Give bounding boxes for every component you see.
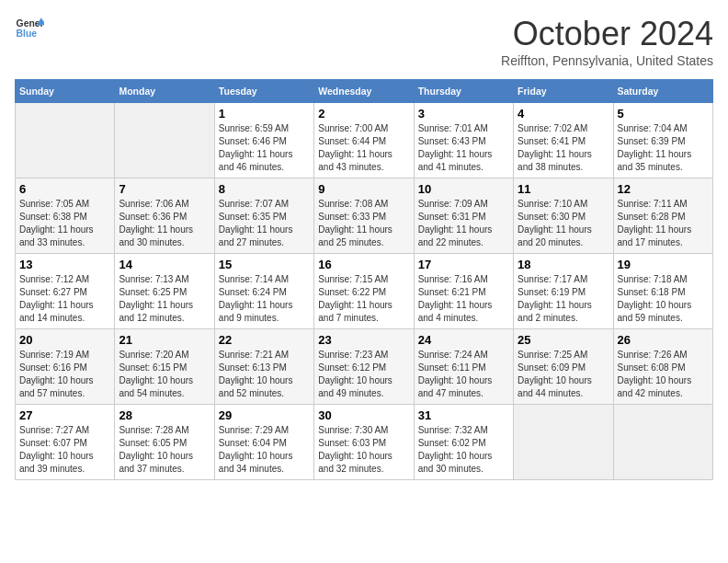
day-info: Sunrise: 7:30 AMSunset: 6:03 PMDaylight:… — [318, 424, 409, 476]
column-header-tuesday: Tuesday — [214, 80, 313, 103]
day-number: 21 — [119, 333, 210, 347]
day-info: Sunrise: 7:14 AMSunset: 6:24 PMDaylight:… — [219, 273, 310, 325]
calendar-cell: 16Sunrise: 7:15 AMSunset: 6:22 PMDayligh… — [314, 254, 414, 329]
day-info: Sunrise: 7:00 AMSunset: 6:44 PMDaylight:… — [318, 122, 409, 174]
day-info: Sunrise: 7:08 AMSunset: 6:33 PMDaylight:… — [318, 198, 409, 249]
page-header: General Blue October 2024 Reiffton, Penn… — [15, 15, 713, 68]
column-headers-row: SundayMondayTuesdayWednesdayThursdayFrid… — [16, 80, 713, 103]
calendar-cell: 20Sunrise: 7:19 AMSunset: 6:16 PMDayligh… — [16, 329, 115, 405]
calendar-cell: 3Sunrise: 7:01 AMSunset: 6:43 PMDaylight… — [414, 103, 513, 178]
day-info: Sunrise: 7:05 AMSunset: 6:38 PMDaylight:… — [19, 198, 110, 249]
day-number: 26 — [618, 333, 709, 347]
day-info: Sunrise: 7:32 AMSunset: 6:02 PMDaylight:… — [418, 424, 509, 476]
calendar-cell: 27Sunrise: 7:27 AMSunset: 6:07 PMDayligh… — [16, 405, 115, 480]
calendar-cell: 18Sunrise: 7:17 AMSunset: 6:19 PMDayligh… — [514, 254, 613, 329]
calendar-table: SundayMondayTuesdayWednesdayThursdayFrid… — [15, 79, 713, 480]
day-number: 3 — [418, 107, 509, 121]
calendar-cell: 14Sunrise: 7:13 AMSunset: 6:25 PMDayligh… — [115, 254, 214, 329]
calendar-cell: 21Sunrise: 7:20 AMSunset: 6:15 PMDayligh… — [115, 329, 214, 405]
calendar-cell: 6Sunrise: 7:05 AMSunset: 6:38 PMDaylight… — [16, 178, 115, 254]
day-info: Sunrise: 7:13 AMSunset: 6:25 PMDaylight:… — [119, 273, 210, 325]
column-header-sunday: Sunday — [16, 80, 115, 103]
day-number: 22 — [219, 333, 310, 347]
month-title: October 2024 — [501, 15, 713, 53]
day-info: Sunrise: 7:01 AMSunset: 6:43 PMDaylight:… — [418, 122, 509, 174]
day-number: 5 — [618, 107, 709, 121]
column-header-thursday: Thursday — [414, 80, 513, 103]
day-number: 2 — [318, 107, 409, 121]
title-block: October 2024 Reiffton, Pennsylvania, Uni… — [501, 15, 713, 68]
week-row-1: 1Sunrise: 6:59 AMSunset: 6:46 PMDaylight… — [16, 103, 713, 178]
day-number: 23 — [318, 333, 409, 347]
day-info: Sunrise: 7:24 AMSunset: 6:11 PMDaylight:… — [418, 349, 509, 400]
calendar-cell: 10Sunrise: 7:09 AMSunset: 6:31 PMDayligh… — [414, 178, 513, 254]
column-header-wednesday: Wednesday — [314, 80, 414, 103]
day-number: 4 — [518, 107, 609, 121]
day-number: 25 — [518, 333, 609, 347]
calendar-cell: 15Sunrise: 7:14 AMSunset: 6:24 PMDayligh… — [214, 254, 313, 329]
day-info: Sunrise: 7:18 AMSunset: 6:18 PMDaylight:… — [618, 273, 709, 325]
day-number: 19 — [618, 258, 709, 271]
logo: General Blue — [15, 15, 44, 40]
day-number: 18 — [518, 258, 609, 271]
day-number: 11 — [518, 182, 609, 196]
day-number: 24 — [418, 333, 509, 347]
calendar-body: 1Sunrise: 6:59 AMSunset: 6:46 PMDaylight… — [16, 103, 713, 480]
week-row-3: 13Sunrise: 7:12 AMSunset: 6:27 PMDayligh… — [16, 254, 713, 329]
day-info: Sunrise: 7:27 AMSunset: 6:07 PMDaylight:… — [19, 424, 110, 476]
calendar-cell: 31Sunrise: 7:32 AMSunset: 6:02 PMDayligh… — [414, 405, 513, 480]
day-info: Sunrise: 7:04 AMSunset: 6:39 PMDaylight:… — [618, 122, 709, 174]
week-row-4: 20Sunrise: 7:19 AMSunset: 6:16 PMDayligh… — [16, 329, 713, 405]
day-number: 14 — [119, 258, 210, 271]
day-info: Sunrise: 7:28 AMSunset: 6:05 PMDaylight:… — [119, 424, 210, 476]
day-info: Sunrise: 6:59 AMSunset: 6:46 PMDaylight:… — [219, 122, 310, 174]
day-info: Sunrise: 7:23 AMSunset: 6:12 PMDaylight:… — [318, 349, 409, 400]
day-info: Sunrise: 7:21 AMSunset: 6:13 PMDaylight:… — [219, 349, 310, 400]
calendar-cell — [115, 103, 214, 178]
calendar-cell: 22Sunrise: 7:21 AMSunset: 6:13 PMDayligh… — [214, 329, 313, 405]
calendar-cell: 23Sunrise: 7:23 AMSunset: 6:12 PMDayligh… — [314, 329, 414, 405]
day-info: Sunrise: 7:20 AMSunset: 6:15 PMDaylight:… — [119, 349, 210, 400]
calendar-cell — [16, 103, 115, 178]
day-info: Sunrise: 7:17 AMSunset: 6:19 PMDaylight:… — [518, 273, 609, 325]
calendar-cell: 8Sunrise: 7:07 AMSunset: 6:35 PMDaylight… — [214, 178, 313, 254]
day-info: Sunrise: 7:07 AMSunset: 6:35 PMDaylight:… — [219, 198, 310, 249]
day-number: 15 — [219, 258, 310, 271]
logo-icon: General Blue — [15, 15, 44, 40]
calendar-cell: 5Sunrise: 7:04 AMSunset: 6:39 PMDaylight… — [613, 103, 712, 178]
day-number: 10 — [418, 182, 509, 196]
calendar-cell: 25Sunrise: 7:25 AMSunset: 6:09 PMDayligh… — [514, 329, 613, 405]
calendar-cell: 9Sunrise: 7:08 AMSunset: 6:33 PMDaylight… — [314, 178, 414, 254]
column-header-saturday: Saturday — [613, 80, 712, 103]
day-info: Sunrise: 7:15 AMSunset: 6:22 PMDaylight:… — [318, 273, 409, 325]
day-info: Sunrise: 7:09 AMSunset: 6:31 PMDaylight:… — [418, 198, 509, 249]
day-info: Sunrise: 7:06 AMSunset: 6:36 PMDaylight:… — [119, 198, 210, 249]
day-number: 12 — [618, 182, 709, 196]
day-info: Sunrise: 7:26 AMSunset: 6:08 PMDaylight:… — [618, 349, 709, 400]
calendar-cell: 7Sunrise: 7:06 AMSunset: 6:36 PMDaylight… — [115, 178, 214, 254]
day-info: Sunrise: 7:19 AMSunset: 6:16 PMDaylight:… — [19, 349, 110, 400]
day-info: Sunrise: 7:25 AMSunset: 6:09 PMDaylight:… — [518, 349, 609, 400]
calendar-cell: 30Sunrise: 7:30 AMSunset: 6:03 PMDayligh… — [314, 405, 414, 480]
day-info: Sunrise: 7:29 AMSunset: 6:04 PMDaylight:… — [219, 424, 310, 476]
day-number: 13 — [19, 258, 110, 271]
day-info: Sunrise: 7:11 AMSunset: 6:28 PMDaylight:… — [618, 198, 709, 249]
day-number: 29 — [219, 408, 310, 422]
calendar-cell: 2Sunrise: 7:00 AMSunset: 6:44 PMDaylight… — [314, 103, 414, 178]
calendar-cell: 17Sunrise: 7:16 AMSunset: 6:21 PMDayligh… — [414, 254, 513, 329]
day-number: 1 — [219, 107, 310, 121]
location: Reiffton, Pennsylvania, United States — [501, 53, 713, 68]
day-number: 6 — [19, 182, 110, 196]
day-info: Sunrise: 7:12 AMSunset: 6:27 PMDaylight:… — [19, 273, 110, 325]
day-number: 17 — [418, 258, 509, 271]
day-number: 28 — [119, 408, 210, 422]
day-info: Sunrise: 7:10 AMSunset: 6:30 PMDaylight:… — [518, 198, 609, 249]
day-number: 27 — [19, 408, 110, 422]
calendar-cell: 11Sunrise: 7:10 AMSunset: 6:30 PMDayligh… — [514, 178, 613, 254]
calendar-cell: 19Sunrise: 7:18 AMSunset: 6:18 PMDayligh… — [613, 254, 712, 329]
calendar-cell: 13Sunrise: 7:12 AMSunset: 6:27 PMDayligh… — [16, 254, 115, 329]
calendar-cell — [613, 405, 712, 480]
calendar-cell: 26Sunrise: 7:26 AMSunset: 6:08 PMDayligh… — [613, 329, 712, 405]
column-header-monday: Monday — [115, 80, 214, 103]
day-number: 30 — [318, 408, 409, 422]
